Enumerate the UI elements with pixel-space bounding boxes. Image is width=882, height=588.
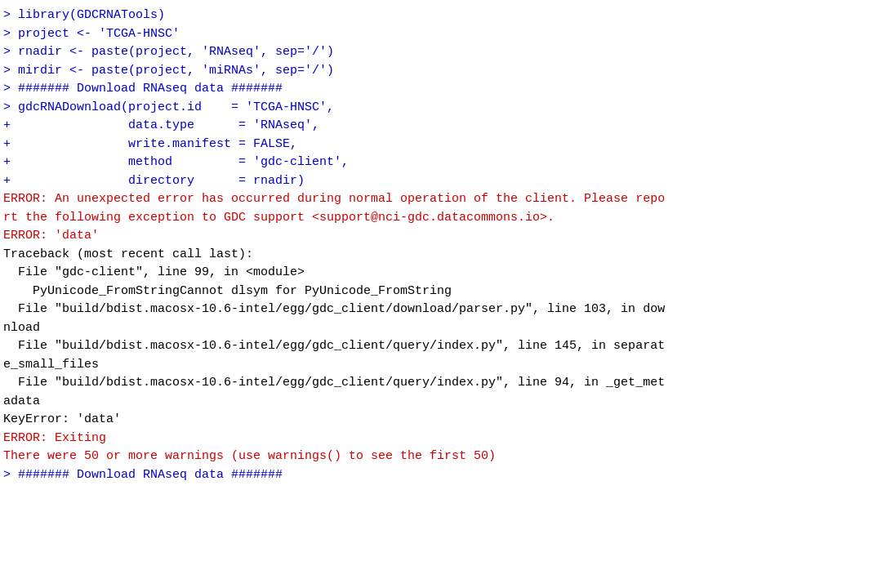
console-line-line12: rt the following exception to GDC suppor…: [3, 209, 879, 228]
console-line-line14: Traceback (most recent call last):: [3, 246, 879, 265]
console-line-line8: + write.manifest = FALSE,: [3, 136, 879, 154]
console-line-line17: File "build/bdist.macosx-10.6-intel/egg/…: [3, 301, 879, 319]
console-line-line4: > mirdir <- paste(project, 'miRNAs', sep…: [3, 62, 879, 81]
console-line-line1: > library(GDCRNATools): [3, 7, 879, 25]
console-line-line6: > gdcRNADownload(project.id = 'TCGA-HNSC…: [3, 99, 879, 118]
console-line-line20: e_small_files: [3, 356, 879, 375]
console-line-line5: > ####### Download RNAseq data #######: [3, 80, 879, 99]
console-line-line2: > project <- 'TCGA-HNSC': [3, 25, 879, 44]
console-line-line11: ERROR: An unexpected error has occurred …: [3, 190, 879, 209]
console-line-line22: adata: [3, 393, 879, 412]
console-line-line9: + method = 'gdc-client',: [3, 154, 879, 172]
console-output: > library(GDCRNATools)> project <- 'TCGA…: [0, 0, 882, 588]
console-line-line10: + directory = rnadir): [3, 172, 879, 191]
console-line-line25: There were 50 or more warnings (use warn…: [3, 448, 879, 466]
console-line-line3: > rnadir <- paste(project, 'RNAseq', sep…: [3, 43, 879, 62]
console-line-line7: + data.type = 'RNAseq',: [3, 117, 879, 136]
console-line-line13: ERROR: 'data': [3, 227, 879, 246]
console-line-line19: File "build/bdist.macosx-10.6-intel/egg/…: [3, 337, 879, 356]
console-line-line18: nload: [3, 319, 879, 338]
console-line-line24: ERROR: Exiting: [3, 430, 879, 448]
console-line-line15: File "gdc-client", line 99, in <module>: [3, 264, 879, 283]
console-line-line23: KeyError: 'data': [3, 411, 879, 430]
console-line-line26: > ####### Download RNAseq data #######: [3, 466, 879, 485]
console-line-line21: File "build/bdist.macosx-10.6-intel/egg/…: [3, 374, 879, 393]
console-line-line16: PyUnicode_FromStringCannot dlsym for PyU…: [3, 283, 879, 301]
